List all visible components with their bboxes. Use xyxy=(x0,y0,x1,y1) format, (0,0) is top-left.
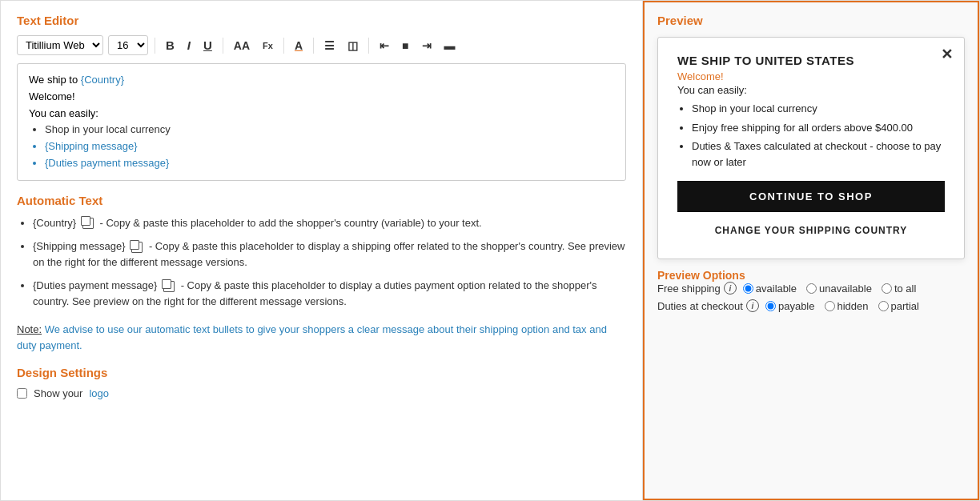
align-justify-button[interactable]: ▬ xyxy=(440,38,460,54)
right-panel: Preview ✕ WE SHIP TO UNITED STATES Welco… xyxy=(643,1,979,500)
preview-options-section: Preview Options Free shipping i availabl… xyxy=(657,269,965,317)
editor-line-3: You can easily: xyxy=(29,106,614,122)
text-editor-title: Text Editor xyxy=(17,14,626,27)
align-center-button[interactable]: ■ xyxy=(398,38,412,54)
duties-hidden-option[interactable]: hidden xyxy=(825,300,869,312)
duties-label: Duties at checkout i xyxy=(657,299,759,312)
auto-item-shipping: {Shipping message} - Copy & paste this p… xyxy=(33,238,626,270)
editor-bullet-1: Shop in your local currency xyxy=(45,122,614,138)
free-shipping-available-radio[interactable] xyxy=(743,283,753,294)
auto-item-duties: {Duties payment message} - Copy & paste … xyxy=(33,278,626,309)
country-tag: {Country} xyxy=(33,217,76,229)
popup-welcome: Welcome! xyxy=(677,70,945,82)
font-family-select[interactable]: Titillium Web Arial Georgia xyxy=(17,35,103,55)
popup-close-button[interactable]: ✕ xyxy=(941,46,953,63)
editor-list: Shop in your local currency {Shipping me… xyxy=(45,122,614,171)
toolbar-separator-4 xyxy=(313,38,314,54)
text-editor-area[interactable]: We ship to {Country} Welcome! You can ea… xyxy=(17,63,626,181)
align-left-button[interactable]: ⇤ xyxy=(376,38,393,54)
main-container: Text Editor Titillium Web Arial Georgia … xyxy=(0,0,980,501)
preview-options-title: Preview Options xyxy=(657,269,965,282)
popup-you-can: You can easily: xyxy=(677,84,945,96)
preview-popup: ✕ WE SHIP TO UNITED STATES Welcome! You … xyxy=(657,37,965,259)
country-description: - Copy & paste this placeholder to add t… xyxy=(99,217,481,229)
editor-bullet-3: {Duties payment message} xyxy=(45,155,614,172)
bold-button[interactable]: B xyxy=(162,37,179,54)
duties-payable-option[interactable]: payable xyxy=(765,300,815,312)
popup-heading: WE SHIP TO UNITED STATES xyxy=(677,54,945,67)
free-shipping-label: Free shipping i xyxy=(657,282,737,295)
country-placeholder: {Country} xyxy=(81,74,124,86)
automatic-text-title: Automatic Text xyxy=(17,194,626,207)
duties-hidden-radio[interactable] xyxy=(825,301,835,311)
popup-bullet-list: Shop in your local currency Enjoy free s… xyxy=(692,101,945,170)
toolbar-separator xyxy=(155,38,155,54)
free-shipping-row: Free shipping i available unavailable xyxy=(657,282,965,295)
auto-item-country: {Country} - Copy & paste this placeholde… xyxy=(33,215,626,231)
preview-options-content: Free shipping i available unavailable xyxy=(657,282,965,312)
show-logo-label[interactable]: Show your logo xyxy=(17,387,626,399)
note-text: Note: We advise to use our automatic tex… xyxy=(17,322,626,353)
italic-button[interactable]: I xyxy=(183,37,195,54)
aa-button[interactable]: AA xyxy=(230,38,254,54)
preview-title: Preview xyxy=(657,14,965,27)
free-shipping-toall-radio[interactable] xyxy=(882,283,892,294)
automatic-text-section: Automatic Text {Country} - Copy & paste … xyxy=(17,194,626,310)
left-panel: Text Editor Titillium Web Arial Georgia … xyxy=(1,1,643,500)
font-color-button[interactable]: A xyxy=(291,38,307,54)
duties-radio-group: payable hidden partial xyxy=(765,300,919,312)
font-size-select[interactable]: 16 12 14 18 20 xyxy=(108,35,148,55)
duties-partial-radio[interactable] xyxy=(878,301,889,311)
duties-partial-option[interactable]: partial xyxy=(878,300,919,312)
popup-bullet-3: Duties & Taxes calculated at checkout - … xyxy=(692,138,945,170)
shipping-tag: {Shipping message} xyxy=(33,240,126,252)
note-body: We advise to use our automatic text bull… xyxy=(17,323,607,351)
popup-bullet-2: Enjoy free shipping for all orders above… xyxy=(692,120,945,136)
note-label: Note: xyxy=(17,323,42,335)
design-settings-title: Design Settings xyxy=(17,366,626,379)
toolbar-separator-3 xyxy=(283,38,284,54)
free-shipping-available-option[interactable]: available xyxy=(743,283,797,295)
editor-line-1: We ship to {Country} xyxy=(29,72,614,89)
duties-row: Duties at checkout i payable hidden xyxy=(657,299,965,312)
automatic-text-list: {Country} - Copy & paste this placeholde… xyxy=(33,215,626,310)
duties-info-icon[interactable]: i xyxy=(746,299,759,312)
ordered-list-button[interactable]: ◫ xyxy=(343,38,362,54)
duties-tag: {Duties payment message} xyxy=(33,279,157,291)
editor-line-2: Welcome! xyxy=(29,89,614,106)
continue-to-shop-button[interactable]: CONTINUE TO SHOP xyxy=(677,181,945,212)
align-right-button[interactable]: ⇥ xyxy=(418,38,436,54)
show-logo-checkbox[interactable] xyxy=(17,388,27,399)
toolbar-separator-5 xyxy=(368,38,369,54)
underline-button[interactable]: U xyxy=(199,37,216,54)
free-shipping-unavailable-radio[interactable] xyxy=(806,283,817,294)
toolbar: Titillium Web Arial Georgia 16 12 14 18 … xyxy=(17,35,626,55)
toolbar-separator-2 xyxy=(223,38,223,54)
copy-country-icon[interactable] xyxy=(82,218,94,229)
change-shipping-country-button[interactable]: CHANGE YOUR SHIPPING COUNTRY xyxy=(677,218,945,242)
unordered-list-button[interactable]: ☰ xyxy=(320,38,339,54)
copy-duties-icon[interactable] xyxy=(163,281,175,292)
editor-bullet-2: {Shipping message} xyxy=(45,138,614,155)
free-shipping-radio-group: available unavailable to all xyxy=(743,283,917,295)
copy-shipping-icon[interactable] xyxy=(131,242,143,253)
duties-payable-radio[interactable] xyxy=(765,301,776,311)
clear-format-button[interactable]: Fx xyxy=(259,39,277,52)
show-logo-text: Show your xyxy=(34,387,82,399)
logo-link[interactable]: logo xyxy=(89,387,109,399)
design-settings-section: Design Settings Show your logo xyxy=(17,366,626,399)
free-shipping-unavailable-option[interactable]: unavailable xyxy=(806,283,872,295)
free-shipping-toall-option[interactable]: to all xyxy=(882,283,916,295)
free-shipping-info-icon[interactable]: i xyxy=(724,282,737,295)
popup-bullet-1: Shop in your local currency xyxy=(692,101,945,117)
